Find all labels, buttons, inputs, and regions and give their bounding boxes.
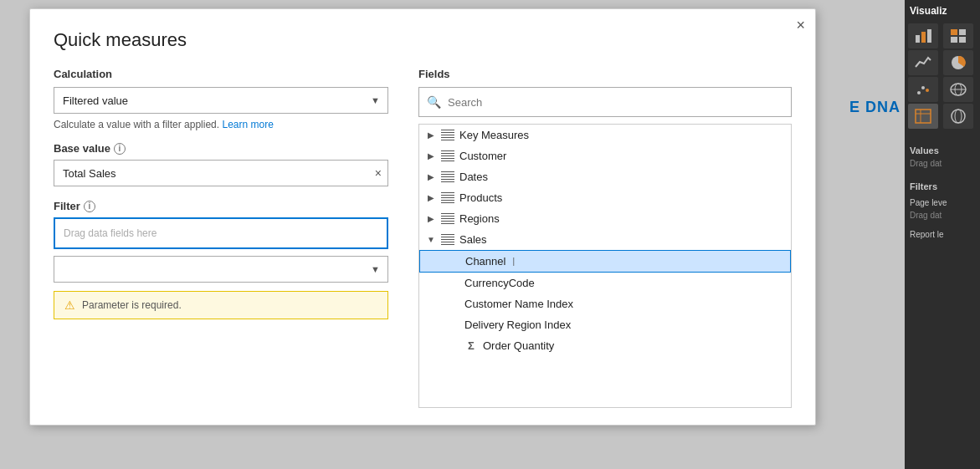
- fields-label: Fields: [418, 68, 792, 80]
- svg-rect-14: [916, 110, 931, 123]
- cursor-indicator: |: [512, 257, 515, 266]
- tree-item-delivery-region-index[interactable]: Delivery Region Index: [419, 314, 791, 335]
- svg-rect-1: [921, 32, 926, 43]
- page-drop-area[interactable]: Drag dat: [905, 209, 980, 222]
- table-icon-sales: [441, 234, 454, 246]
- svg-rect-2: [927, 29, 931, 43]
- right-panel-icons: [905, 20, 980, 132]
- filter-drag-area[interactable]: Drag data fields here: [54, 217, 388, 249]
- right-panel-title: Visualiz: [905, 0, 980, 20]
- tree-item-key-measures[interactable]: ▶ Key Measures: [419, 125, 791, 145]
- fields-tree[interactable]: ▶ Key Measures ▶ Customer ▶ Dates: [418, 124, 792, 408]
- tree-item-products[interactable]: ▶ Products: [419, 187, 791, 208]
- table-icon-dates: [441, 171, 454, 183]
- left-column: Calculation Filtered value Average per c…: [54, 68, 388, 408]
- filter-select-wrapper: ▼: [54, 256, 388, 283]
- panel-icon-pie-chart[interactable]: [943, 50, 973, 75]
- right-panel: Visualiz Values Drag dat F: [905, 0, 980, 469]
- fields-search-wrapper: 🔍: [418, 87, 792, 117]
- values-drop-area[interactable]: Drag dat: [905, 157, 980, 170]
- helper-text: Calculate a value with a filter applied.…: [54, 119, 388, 130]
- tree-item-currency-code[interactable]: CurrencyCode: [419, 273, 791, 293]
- base-value-input[interactable]: [54, 160, 388, 186]
- warning-icon: ⚠: [64, 298, 75, 312]
- svg-rect-4: [959, 29, 966, 35]
- tree-item-dates[interactable]: ▶ Dates: [419, 166, 791, 187]
- panel-icon-table-view[interactable]: [908, 104, 938, 129]
- warning-box: ⚠ Parameter is required.: [54, 291, 388, 319]
- base-value-label: Base value i: [54, 142, 388, 155]
- svg-point-10: [926, 89, 929, 92]
- values-section-label: Values: [905, 140, 980, 157]
- quick-measures-dialog: × Quick measures Calculation Filtered va…: [29, 8, 816, 426]
- tree-item-sales[interactable]: ▼ Sales: [419, 229, 791, 250]
- expand-dates: ▶: [426, 172, 436, 181]
- svg-point-9: [921, 86, 925, 89]
- dialog-title: Quick measures: [54, 29, 792, 51]
- expand-key-measures: ▶: [426, 130, 436, 140]
- table-icon-customer: [441, 150, 454, 162]
- base-value-clear-button[interactable]: ×: [375, 166, 382, 180]
- tree-item-channel[interactable]: Channel |: [419, 250, 791, 273]
- svg-point-17: [952, 110, 965, 123]
- filters-section-label: Filters: [905, 176, 980, 193]
- learn-more-link[interactable]: Learn more: [222, 119, 273, 130]
- expand-regions: ▶: [426, 214, 436, 223]
- svg-point-18: [955, 110, 962, 123]
- panel-icon-line-chart[interactable]: [908, 50, 938, 75]
- report-level-label: Report le: [905, 225, 980, 241]
- tree-item-regions[interactable]: ▶ Regions: [419, 208, 791, 229]
- panel-icon-scatter[interactable]: [908, 77, 938, 102]
- panel-icon-column-chart[interactable]: [943, 23, 973, 48]
- table-icon-products: [441, 192, 454, 204]
- tree-item-order-quantity[interactable]: Σ Order Quantity: [419, 335, 791, 356]
- fields-search-input[interactable]: [418, 87, 792, 117]
- search-icon: 🔍: [427, 95, 441, 109]
- svg-rect-0: [916, 35, 920, 43]
- panel-icon-bar-chart[interactable]: [908, 23, 938, 48]
- panel-icon-map[interactable]: [943, 77, 973, 102]
- sigma-icon-order-quantity: Σ: [464, 339, 478, 352]
- svg-rect-5: [951, 37, 957, 43]
- base-value-info-icon: i: [114, 143, 126, 155]
- base-value-field: ×: [54, 160, 388, 186]
- panel-icon-globe[interactable]: [943, 104, 973, 129]
- tree-item-customer-name-index[interactable]: Customer Name Index: [419, 293, 791, 314]
- svg-point-8: [917, 91, 921, 94]
- right-column: Fields 🔍 ▶ Key Measures ▶ Customer: [418, 68, 792, 408]
- filter-label: Filter i: [54, 200, 388, 212]
- svg-rect-6: [959, 37, 966, 43]
- table-icon-key-measures: [441, 130, 454, 141]
- expand-products: ▶: [426, 193, 436, 202]
- expand-customer: ▶: [426, 151, 436, 161]
- filter-select[interactable]: [54, 256, 388, 283]
- calculation-select[interactable]: Filtered value Average per category Vari…: [54, 87, 388, 114]
- dialog-body: Calculation Filtered value Average per c…: [54, 68, 792, 408]
- expand-sales: ▼: [426, 235, 436, 244]
- calculation-select-wrapper: Filtered value Average per category Vari…: [54, 87, 388, 114]
- table-icon-regions: [441, 213, 454, 225]
- svg-rect-3: [951, 29, 957, 35]
- tree-item-customer[interactable]: ▶ Customer: [419, 145, 791, 166]
- dialog-close-button[interactable]: ×: [796, 18, 805, 33]
- page-level-label: Page leve: [905, 193, 980, 209]
- calculation-label: Calculation: [54, 68, 388, 80]
- filter-info-icon: i: [84, 201, 95, 212]
